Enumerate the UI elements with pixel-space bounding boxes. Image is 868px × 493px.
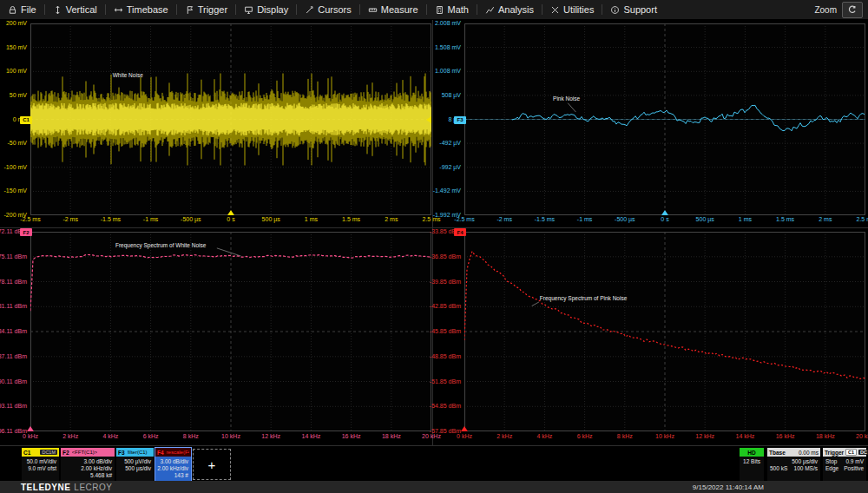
y-tick-label: -39.85 dBm (430, 279, 461, 285)
menu-support[interactable]: Support (602, 0, 665, 19)
trace-function: rescale(F4) (167, 450, 189, 455)
adc-bits-label: 12 Bits (743, 458, 760, 464)
menu-trigger[interactable]: Trigger (177, 0, 235, 19)
y-tick-label: -1.492 mV (433, 187, 461, 194)
brand-logo: TELEDYNELECROY (21, 483, 112, 492)
y-tick-label: -93.11 dBm (0, 403, 27, 409)
trace-level-marker-f4[interactable]: F4 (454, 228, 466, 236)
trigger-source-badge: C1 (845, 449, 857, 456)
descriptor-f2[interactable]: F2<FFT(C1)>3.00 dB/div2.00 kHz/div5.468 … (61, 448, 115, 481)
descriptor-line: 3.00 dB/div (157, 458, 188, 465)
datetime-label: 9/15/2022 11:40:14 AM (693, 483, 764, 491)
y-tick-label: -42.85 dBm (430, 303, 461, 309)
timebase-arrows-icon (114, 5, 123, 15)
descriptor-values: 3.00 dB/div2.00 kHz/div5.468 k# (61, 457, 115, 480)
menu-label: Timebase (127, 4, 168, 15)
trigger-level-marker[interactable] (426, 116, 431, 123)
trigger-mode: Stop (825, 458, 837, 465)
analysis-chart-icon (485, 5, 495, 15)
x-tick-label: 16 kHz (776, 433, 795, 439)
timebase-samples: 500 kS (770, 465, 787, 472)
annotation-f2-spectrum-white-noise: Frequency Spectrum of White Noise (115, 242, 206, 248)
menu-file[interactable]: File (0, 0, 44, 19)
x-tick-label: 18 kHz (382, 433, 401, 439)
x-tick-label: -1 ms (143, 216, 159, 222)
x-axis-labels-f4: 0 kHz2 kHz4 kHz6 kHz8 kHz10 kHz12 kHz14 … (464, 433, 865, 442)
x-tick-label: 1 ms (305, 216, 318, 222)
x-tick-label: -500 µs (181, 216, 201, 222)
zoom-label: Zoom (814, 5, 837, 15)
descriptor-line: 2.00 kHz/div (157, 465, 188, 472)
panel-f3-pink-noise[interactable] (464, 23, 865, 215)
x-tick-label: 2 ms (819, 216, 832, 222)
measure-ruler-icon (368, 5, 378, 15)
hd-mode-box[interactable]: HD 12 Bits (740, 448, 764, 481)
y-tick-label: -492 µV (439, 140, 461, 146)
panel-c1-white-noise[interactable] (30, 23, 431, 215)
descriptor-c1[interactable]: C1DC1M50.0 mV/div9.0 mV ofst (22, 448, 59, 481)
x-tick-label: -2.5 ms (454, 216, 474, 222)
menu-label: Cursors (318, 4, 352, 15)
trace-level-marker-c1[interactable]: C1 (20, 116, 32, 124)
status-bar: TELEDYNELECROY 9/15/2022 11:40:14 AM (0, 481, 868, 493)
x-tick-label: -2.5 ms (20, 216, 40, 222)
x-tick-label: 2 ms (385, 216, 398, 222)
y-tick-label: -50 mV (7, 140, 27, 146)
x-tick-label: 2 kHz (62, 433, 78, 439)
brand-lecroy: LECROY (74, 483, 112, 492)
x-tick-label: 2 kHz (496, 433, 512, 439)
trigger-coupling-badge: DC (858, 450, 868, 455)
trace-level-marker-f2[interactable]: F2 (20, 228, 32, 236)
timebase-box[interactable]: Tbase 0.00 ms 500 µs/div 500 kS 100 MS/s (767, 448, 820, 481)
trigger-type: Edge (825, 465, 838, 472)
trace-name: F4 (157, 450, 164, 456)
timebase-delay: 0.00 ms (799, 450, 819, 456)
x-tick-label: 4 kHz (536, 433, 552, 439)
menu-cursors[interactable]: Cursors (297, 0, 359, 19)
menu-math[interactable]: Math (427, 0, 477, 19)
panel-f2-spectrum-white-noise[interactable] (30, 232, 431, 431)
x-tick-label: 12 kHz (261, 433, 280, 439)
descriptor-f3[interactable]: F3filter(C1)500 µV/div500 µs/div (116, 448, 154, 481)
x-tick-label: 0 kHz (457, 433, 472, 439)
menu-label: Measure (381, 4, 418, 15)
menu-utilities[interactable]: Utilities (542, 0, 602, 19)
x-tick-label: 500 µs (262, 216, 280, 222)
add-trace-button[interactable]: + (193, 449, 231, 480)
descriptor-header: C1DC1M (22, 448, 59, 457)
x-tick-label: -1.5 ms (101, 216, 121, 222)
trace-level-marker-f3[interactable]: F3 (454, 116, 466, 124)
menu-display[interactable]: Display (236, 0, 296, 19)
descriptor-header: F4rescale(F4) (155, 448, 191, 457)
cursors-pencil-icon (305, 5, 314, 15)
menu-timebase[interactable]: Timebase (106, 0, 176, 19)
menu-measure[interactable]: Measure (360, 0, 426, 19)
zoom-button[interactable] (842, 2, 863, 18)
y-tick-label: -48.85 dBm (430, 353, 461, 359)
x-tick-label: 10 kHz (221, 433, 240, 439)
x-tick-label: 1 ms (739, 216, 752, 222)
x-tick-label: 1.5 ms (342, 216, 360, 222)
panel-f4-spectrum-pink-noise[interactable] (464, 232, 865, 431)
y-tick-label: -36.85 dBm (430, 253, 461, 260)
x-tick-label: 0 s (661, 216, 668, 222)
axis-time-marker-f4[interactable] (461, 426, 468, 431)
axis-time-marker-f3[interactable] (661, 210, 668, 215)
menu-analysis[interactable]: Analysis (477, 0, 542, 19)
descriptor-f4[interactable]: F4rescale(F4)3.00 dB/div2.00 kHz/div143 … (155, 448, 191, 481)
trigger-body: Stop 0.9 mV Edge Positive (823, 457, 866, 473)
x-tick-label: 2.5 ms (856, 216, 868, 222)
trigger-box[interactable]: Trigger C1 DC Stop 0.9 mV Edge Positive (823, 448, 866, 481)
trigger-level: 0.9 mV (845, 458, 864, 465)
axis-time-marker-f2[interactable] (27, 426, 34, 431)
x-axis-labels-f3: -2.5 ms-2 ms-1.5 ms-1 ms-500 µs0 s500 µs… (464, 216, 865, 225)
x-tick-label: 14 kHz (735, 433, 754, 439)
descriptor-line: 5.468 k# (62, 472, 112, 479)
menu-vertical[interactable]: Vertical (45, 0, 105, 19)
x-tick-label: 8 kHz (183, 433, 199, 439)
axis-time-marker-c1[interactable] (227, 210, 234, 215)
menu-label: Math (448, 4, 469, 15)
x-tick-label: 4 kHz (102, 433, 118, 439)
x-tick-label: 20 kHz (422, 433, 441, 439)
brand-teledyne: TELEDYNE (21, 483, 70, 492)
